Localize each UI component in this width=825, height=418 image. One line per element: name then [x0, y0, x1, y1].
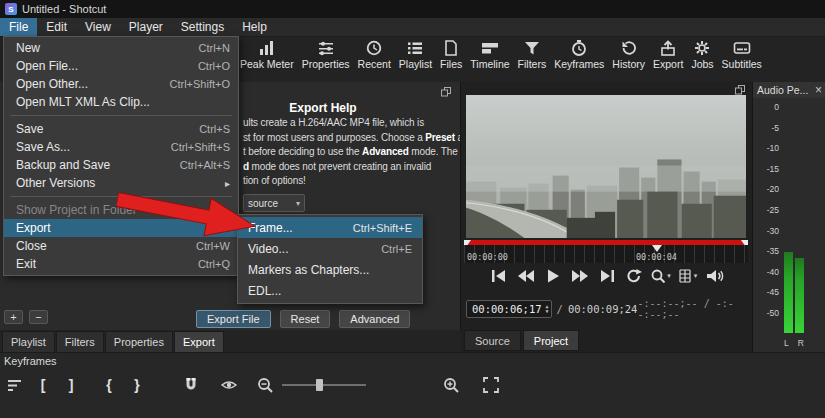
foggy-cityscape-image	[466, 95, 746, 238]
spin-down-icon: ▼	[546, 309, 549, 314]
add-preset-button[interactable]: +	[4, 310, 23, 324]
tab-playlist[interactable]: Playlist	[2, 331, 55, 353]
toolbar-properties[interactable]: Properties	[299, 37, 353, 72]
brace-open-button[interactable]: {	[96, 372, 122, 398]
close-icon[interactable]: ×	[815, 84, 822, 96]
snap-button[interactable]	[178, 372, 204, 398]
menu-item-open-other[interactable]: Open Other...Ctrl+Shift+O	[4, 75, 238, 93]
submenu-item-video[interactable]: Video...Ctrl+E	[238, 238, 422, 259]
dock-tabs: Playlist Filters Properties Export	[2, 331, 224, 353]
loop-button[interactable]	[622, 266, 646, 285]
transport-controls: ▾ ▾	[461, 266, 752, 285]
menu-item-other-versions[interactable]: Other Versions▸	[4, 174, 238, 192]
toolbar-peak-meter[interactable]: Peak Meter	[237, 37, 297, 72]
app-icon: S	[5, 3, 17, 15]
export-from-combobox[interactable]: source ▾	[243, 194, 305, 212]
menu-item-open-file[interactable]: Open File...Ctrl+O	[4, 57, 238, 75]
playhead[interactable]	[652, 245, 662, 252]
menu-item-exit[interactable]: ExitCtrl+Q	[4, 255, 238, 273]
playlist-icon	[406, 39, 424, 56]
menu-item-open-mlt-xml[interactable]: Open MLT XML As Clip...	[4, 93, 238, 111]
zoom-fit-button[interactable]	[478, 372, 504, 398]
audio-panel-header: Audio Pe... ×	[753, 82, 825, 98]
duration-label: 00:00:09;24	[568, 303, 638, 315]
files-icon	[442, 39, 460, 56]
timeline-icon	[481, 39, 499, 56]
grid-button[interactable]: ▾	[676, 266, 700, 285]
toolbar-jobs[interactable]: Jobs	[688, 37, 716, 72]
submenu-item-markers-as-chapters[interactable]: Markers as Chapters...	[238, 259, 422, 280]
toolbar-label: Timeline	[470, 58, 509, 70]
keyframes-zoom-slider[interactable]	[280, 372, 368, 398]
export-actions: Export File Reset Advanced	[196, 310, 410, 328]
zoom-in-button[interactable]	[438, 372, 464, 398]
toolbar-filters[interactable]: Filters	[515, 37, 550, 72]
reset-button[interactable]: Reset	[280, 310, 331, 328]
zoom-out-button[interactable]	[252, 372, 278, 398]
slider-handle[interactable]	[316, 379, 323, 391]
toolbar-subtitles[interactable]: Subtitles	[719, 37, 765, 72]
tab-export[interactable]: Export	[174, 331, 224, 353]
menu-item-export[interactable]: Export▸	[4, 219, 238, 237]
skip-next-button[interactable]	[595, 266, 619, 285]
tab-filters[interactable]: Filters	[56, 331, 104, 353]
skip-previous-button[interactable]	[487, 266, 511, 285]
toolbar-files[interactable]: Files	[437, 37, 465, 72]
channel-labels: LR	[784, 338, 804, 348]
tab-source[interactable]: Source	[464, 330, 521, 351]
toolbar-export[interactable]: Export	[650, 37, 686, 72]
remove-preset-button[interactable]: −	[29, 310, 48, 324]
export-file-button[interactable]: Export File	[196, 310, 271, 328]
set-filter-start-button[interactable]: [	[30, 372, 56, 398]
advanced-button[interactable]: Advanced	[339, 310, 410, 328]
player-scrubber[interactable]: 00:00:00 00:00:04	[464, 240, 748, 263]
player-panel: 00:00:00 00:00:04 ▾ ▾ 00:00:06;17 ▲ ▼	[461, 82, 752, 352]
current-position-field[interactable]: 00:00:06;17 ▲ ▼	[466, 300, 552, 318]
toolbar-history[interactable]: History	[609, 37, 648, 72]
menu-help[interactable]: Help	[233, 18, 276, 36]
menu-settings[interactable]: Settings	[172, 18, 233, 36]
meter-bar-right	[795, 258, 804, 333]
brace-close-button[interactable]: }	[124, 372, 150, 398]
float-panel-icon[interactable]	[735, 85, 746, 95]
fast-forward-button[interactable]	[568, 266, 592, 285]
time-ruler[interactable]: 00:00:00 00:00:04	[464, 245, 748, 263]
menu-item-close[interactable]: CloseCtrl+W	[4, 237, 238, 255]
tab-project[interactable]: Project	[523, 330, 579, 351]
video-preview	[466, 95, 746, 238]
properties-icon	[317, 39, 335, 56]
menu-edit[interactable]: Edit	[37, 18, 76, 36]
chevron-down-icon: ▾	[667, 272, 671, 280]
toolbar-playlist[interactable]: Playlist	[396, 37, 435, 72]
play-button[interactable]	[541, 266, 565, 285]
menu-item-save[interactable]: SaveCtrl+S	[4, 120, 238, 138]
position-spinner[interactable]: ▲ ▼	[546, 304, 549, 314]
menu-item-backup-and-save[interactable]: Backup and SaveCtrl+Alt+S	[4, 156, 238, 174]
toolbar-label: Files	[440, 58, 462, 70]
tab-properties[interactable]: Properties	[105, 331, 173, 353]
submenu-item-frame[interactable]: Frame...Ctrl+Shift+E	[238, 217, 422, 238]
toolbar-keyframes[interactable]: Keyframes	[551, 37, 607, 72]
preset-buttons: + −	[4, 310, 48, 324]
zoom-fit-button[interactable]: ▾	[649, 266, 673, 285]
float-panel-icon[interactable]	[441, 87, 452, 97]
fast-forward-icon	[571, 269, 589, 283]
menu-item-save-as[interactable]: Save As...Ctrl+Shift+S	[4, 138, 238, 156]
set-filter-end-button[interactable]: ]	[58, 372, 84, 398]
toolbar-recent[interactable]: Recent	[355, 37, 394, 72]
scrub-while-dragging-button[interactable]	[216, 372, 242, 398]
toolbar-timeline[interactable]: Timeline	[467, 37, 512, 72]
menu-view[interactable]: View	[76, 18, 120, 36]
audio-panel-title: Audio Pe...	[757, 84, 808, 96]
subtitles-icon	[733, 39, 751, 56]
rewind-button[interactable]	[514, 266, 538, 285]
menu-player[interactable]: Player	[120, 18, 172, 36]
eye-icon	[221, 377, 237, 393]
volume-button[interactable]	[703, 266, 727, 285]
menu-file[interactable]: File	[0, 18, 37, 36]
submenu-item-edl[interactable]: EDL...	[238, 280, 422, 301]
keyframes-menu-button[interactable]	[2, 372, 28, 398]
menu-item-show-project-in-folder: Show Project in Folder	[4, 201, 238, 219]
menu-item-new[interactable]: NewCtrl+N	[4, 39, 238, 57]
grid-icon	[678, 269, 693, 283]
